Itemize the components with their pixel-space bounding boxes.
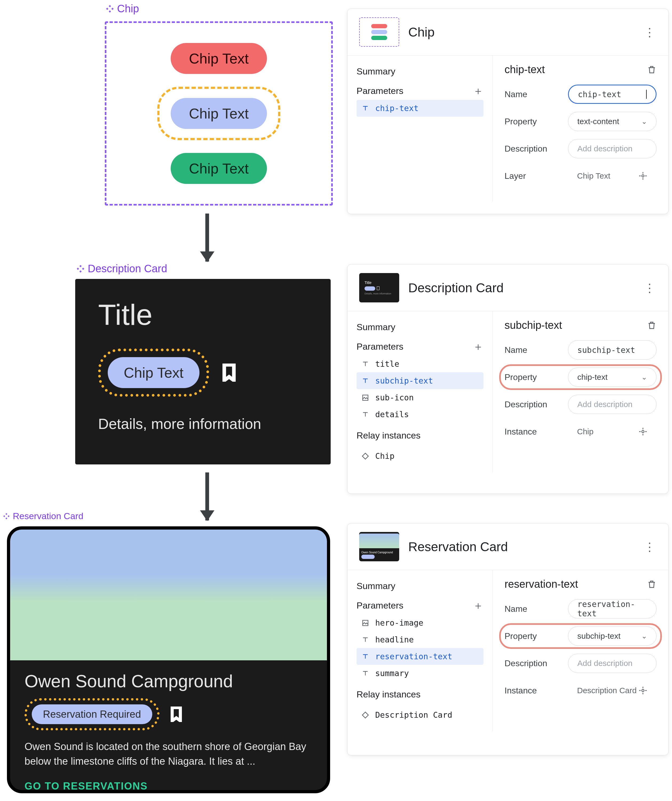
text-type-icon <box>361 105 369 113</box>
more-menu-icon[interactable]: ⋮ <box>644 281 656 295</box>
component-label-text: Description Card <box>88 263 167 275</box>
description-card: Title Chip Text Details, more informatio… <box>75 279 331 465</box>
description-input[interactable]: Add description <box>568 139 656 158</box>
label-property: Property <box>505 117 561 127</box>
panel-chip: Chip ⋮ Summary Parameters ＋ chip-text ch… <box>347 8 669 214</box>
add-parameter-button[interactable]: ＋ <box>473 598 483 613</box>
svg-point-4 <box>642 689 644 692</box>
component-label-text: Chip <box>117 3 139 14</box>
param-hero-image[interactable]: hero-image <box>356 614 483 631</box>
param-details[interactable]: details <box>356 406 483 423</box>
name-input[interactable]: chip-text <box>568 85 656 104</box>
label-description: Description <box>505 400 561 409</box>
reservation-card: Owen Sound Campground Reservation Requir… <box>7 526 330 793</box>
param-label: chip-text <box>375 104 419 113</box>
param-label: subchip-text <box>375 376 433 385</box>
chip-selection-outline: Reservation Required <box>24 698 159 730</box>
label-name: Name <box>505 345 561 355</box>
instance-readonly: Description Card <box>568 681 656 700</box>
panel-res: Owen Sound Campground Reservation Card ⋮… <box>347 523 669 755</box>
chip-variant-green[interactable]: Chip Text <box>171 153 267 184</box>
param-label: reservation-text <box>375 652 452 661</box>
param-label: title <box>375 359 399 368</box>
param-label: summary <box>375 669 409 678</box>
section-relay-instances: Relay instances <box>356 430 483 441</box>
panel-title: Description Card <box>408 280 504 295</box>
name-input[interactable]: subchip-text <box>568 340 656 360</box>
component-label-res: Reservation Card <box>3 511 83 521</box>
chip-canvas-frame: Chip Text Chip Text Chip Text <box>105 21 333 206</box>
param-label: details <box>375 410 409 419</box>
diamond-icon <box>361 711 369 719</box>
detail-title: chip-text <box>505 64 545 76</box>
component-label-desc: Description Card <box>76 263 167 275</box>
highlight-ring <box>499 364 662 390</box>
panel-thumbnail: Title Details, more information <box>359 273 399 302</box>
section-summary[interactable]: Summary <box>356 66 483 77</box>
param-summary[interactable]: summary <box>356 665 483 682</box>
svg-point-2 <box>642 431 644 433</box>
instance-description-card[interactable]: Description Card <box>356 706 483 723</box>
param-title[interactable]: title <box>356 355 483 372</box>
description-input[interactable]: Add description <box>568 395 656 414</box>
target-icon[interactable] <box>638 686 648 695</box>
instance-chip[interactable]: Chip <box>356 448 483 465</box>
bookmark-icon[interactable] <box>222 364 236 382</box>
text-type-icon <box>361 669 369 677</box>
delete-icon[interactable] <box>647 65 656 74</box>
component-label-chip: Chip <box>105 3 139 14</box>
component-icon <box>105 4 114 13</box>
res-summary: Owen Sound is located on the southern sh… <box>24 739 313 769</box>
component-icon <box>76 264 85 273</box>
section-parameters: Parameters <box>356 600 403 611</box>
target-icon[interactable] <box>638 427 648 436</box>
cta-go-to-reservations[interactable]: GO TO RESERVATIONS <box>24 780 313 792</box>
panel-thumbnail: Owen Sound Campground <box>359 532 399 561</box>
label-name: Name <box>505 604 561 614</box>
layer-readonly: Chip Text <box>568 166 656 185</box>
panel-thumbnail <box>359 17 399 47</box>
image-type-icon <box>361 619 369 627</box>
param-headline[interactable]: headline <box>356 631 483 648</box>
more-menu-icon[interactable]: ⋮ <box>644 540 656 553</box>
svg-rect-1 <box>362 395 368 400</box>
name-input[interactable]: reservation-text <box>568 599 656 618</box>
description-input[interactable]: Add description <box>568 654 656 673</box>
label-description: Description <box>505 658 561 668</box>
delete-icon[interactable] <box>647 320 656 330</box>
chip-variant-blue[interactable]: Chip Text <box>171 98 267 129</box>
param-subchip-text[interactable]: subchip-text <box>356 372 483 389</box>
arrow-down-icon <box>205 214 209 262</box>
panel-desc: Title Details, more information Descript… <box>347 264 669 494</box>
res-chip[interactable]: Reservation Required <box>32 704 152 724</box>
section-summary[interactable]: Summary <box>356 581 483 591</box>
more-menu-icon[interactable]: ⋮ <box>644 25 656 39</box>
image-type-icon <box>361 394 369 402</box>
delete-icon[interactable] <box>647 579 656 589</box>
add-parameter-button[interactable]: ＋ <box>473 339 483 354</box>
component-label-text: Reservation Card <box>13 511 83 521</box>
panel-title: Reservation Card <box>408 539 508 554</box>
desc-chip[interactable]: Chip Text <box>108 357 199 388</box>
label-layer: Layer <box>505 171 561 181</box>
text-type-icon <box>361 653 369 661</box>
target-icon[interactable] <box>638 171 648 180</box>
param-sub-icon[interactable]: sub-icon <box>356 389 483 406</box>
section-parameters: Parameters <box>356 86 403 96</box>
chip-variant-red[interactable]: Chip Text <box>171 43 267 74</box>
text-type-icon <box>361 410 369 418</box>
property-select[interactable]: text-content⌄ <box>568 112 656 131</box>
add-parameter-button[interactable]: ＋ <box>473 84 483 98</box>
section-summary[interactable]: Summary <box>356 322 483 332</box>
text-type-icon <box>361 377 369 385</box>
diamond-icon <box>361 452 369 460</box>
label-name: Name <box>505 89 561 99</box>
desc-details: Details, more information <box>98 415 308 433</box>
svg-point-0 <box>642 175 644 177</box>
bookmark-icon[interactable] <box>170 706 183 722</box>
param-reservation-text[interactable]: reservation-text <box>356 648 483 665</box>
arrow-down-icon <box>205 473 209 521</box>
param-chip-text[interactable]: chip-text <box>356 100 483 117</box>
section-parameters: Parameters <box>356 341 403 352</box>
chip-selection-outline: Chip Text <box>157 87 280 140</box>
